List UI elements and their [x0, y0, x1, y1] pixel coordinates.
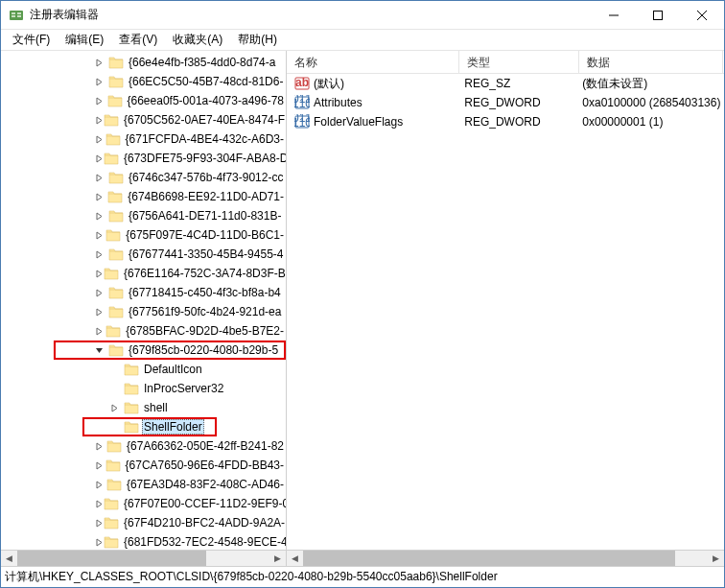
expand-icon[interactable]: [95, 116, 104, 125]
tree-item-label: {66e4e4fb-f385-4dd0-8d74-a: [127, 56, 277, 69]
folder-icon: [107, 190, 123, 203]
tree-horizontal-scrollbar[interactable]: ◀ ▶: [1, 550, 286, 566]
tree-item[interactable]: ShellFolder: [1, 417, 286, 436]
menu-favorites[interactable]: 收藏夹(A): [167, 30, 228, 50]
tree-item[interactable]: {66e4e4fb-f385-4dd0-8d74-a: [1, 53, 286, 72]
collapse-icon[interactable]: [95, 346, 108, 355]
close-button[interactable]: [680, 1, 724, 29]
cell-name: ab(默认): [291, 76, 460, 92]
scroll-left-arrow[interactable]: ◀: [287, 551, 303, 566]
expand-icon[interactable]: [95, 481, 106, 489]
expand-icon[interactable]: [95, 327, 105, 336]
folder-icon: [107, 94, 123, 107]
tree-item[interactable]: {674B6698-EE92-11D0-AD71-: [1, 187, 286, 206]
expand-icon[interactable]: [95, 538, 104, 547]
value-name-label: (默认): [314, 76, 344, 92]
svg-text:ab: ab: [295, 76, 309, 89]
tree-item[interactable]: {671FCFDA-4BE4-432c-A6D3-: [1, 129, 286, 149]
tree-item[interactable]: {67A66362-050E-42ff-B241-82: [1, 436, 286, 456]
minimize-button[interactable]: [592, 1, 636, 29]
scroll-thumb[interactable]: [17, 551, 206, 566]
expand-icon[interactable]: [95, 59, 108, 67]
list-row[interactable]: 011110FolderValueFlagsREG_DWORD0x0000000…: [287, 112, 724, 131]
folder-icon: [104, 497, 119, 510]
tree-item[interactable]: {675F097E-4C4D-11D0-B6C1-: [1, 225, 286, 245]
menu-view[interactable]: 查看(V): [113, 30, 163, 50]
list-horizontal-scrollbar[interactable]: ◀ ▶: [287, 550, 724, 566]
tree-item[interactable]: {67718415-c450-4f3c-bf8a-b4: [1, 283, 286, 302]
tree-item-label: {677561f9-50fc-4b24-921d-ea: [127, 305, 283, 318]
column-data[interactable]: 数据: [579, 51, 723, 73]
statusbar-path: 计算机\HKEY_CLASSES_ROOT\CLSID\{679f85cb-02…: [5, 569, 498, 585]
menubar: 文件(F) 编辑(E) 查看(V) 收藏夹(A) 帮助(H): [1, 30, 724, 51]
expand-icon[interactable]: [95, 500, 104, 508]
tree[interactable]: {66e4e4fb-f385-4dd0-8d74-a{66EC5C50-45B7…: [1, 51, 286, 550]
tree-item-label: {67677441-3350-45B4-9455-4: [127, 247, 285, 261]
tree-item[interactable]: {66EC5C50-45B7-48cd-81D6-: [1, 72, 286, 91]
tree-item[interactable]: {67EA3D48-83F2-408C-AD46-: [1, 475, 286, 494]
maximize-button[interactable]: [636, 1, 680, 29]
expand-icon[interactable]: [95, 193, 107, 201]
tree-item[interactable]: {67F4D210-BFC2-4ADD-9A2A-: [1, 513, 286, 532]
expand-icon[interactable]: [95, 442, 106, 451]
tree-item[interactable]: {67677441-3350-45B4-9455-4: [1, 245, 286, 264]
cell-type: REG_DWORD: [460, 96, 578, 109]
value-name-label: Attributes: [314, 96, 362, 109]
tree-item[interactable]: {681FD532-7EC2-4548-9ECE-4: [1, 532, 286, 550]
tree-item-label: InProcServer32: [142, 382, 225, 395]
expand-icon[interactable]: [95, 461, 105, 470]
folder-icon: [105, 324, 121, 338]
expand-icon[interactable]: [95, 308, 108, 317]
scroll-thumb[interactable]: [303, 551, 675, 566]
expand-icon[interactable]: [95, 78, 108, 86]
tree-item[interactable]: {67F07E00-CCEF-11D2-9EF9-0: [1, 494, 286, 513]
list-pane: 名称 类型 数据 ab(默认)REG_SZ(数值未设置)011110Attrib…: [287, 51, 724, 566]
folder-icon: [105, 132, 121, 146]
folder-icon: [108, 75, 124, 88]
tree-item[interactable]: {67CA7650-96E6-4FDD-BB43-: [1, 456, 286, 475]
tree-item[interactable]: DefaultIcon: [1, 360, 286, 379]
tree-item[interactable]: {66eea0f5-001a-4073-a496-78: [1, 91, 286, 110]
menu-help[interactable]: 帮助(H): [232, 30, 283, 50]
tree-item[interactable]: {676E1164-752C-3A74-8D3F-B: [1, 264, 286, 283]
folder-icon: [108, 343, 124, 357]
scroll-right-arrow[interactable]: ▶: [708, 551, 724, 566]
tree-item-label: {676E1164-752C-3A74-8D3F-B: [122, 267, 286, 280]
tree-item[interactable]: {6756A641-DE71-11d0-831B-: [1, 206, 286, 225]
menu-edit[interactable]: 编辑(E): [59, 30, 109, 50]
list-row[interactable]: ab(默认)REG_SZ(数值未设置): [287, 74, 724, 93]
menu-file[interactable]: 文件(F): [7, 30, 56, 50]
tree-item-label: {67F4D210-BFC2-4ADD-9A2A-: [122, 516, 286, 529]
list-body[interactable]: ab(默认)REG_SZ(数值未设置)011110AttributesREG_D…: [287, 74, 724, 550]
tree-item[interactable]: InProcServer32: [1, 379, 286, 398]
tree-item[interactable]: shell: [1, 398, 286, 417]
folder-icon: [108, 56, 124, 69]
expand-icon[interactable]: [95, 97, 107, 106]
expand-icon[interactable]: [95, 250, 108, 259]
expand-icon[interactable]: [95, 231, 105, 240]
expand-icon[interactable]: [95, 212, 108, 221]
folder-icon: [108, 247, 124, 261]
tree-item[interactable]: {6705C562-0AE7-40EA-8474-F: [1, 110, 286, 129]
tree-item[interactable]: {6785BFAC-9D2D-4be5-B7E2-: [1, 321, 286, 341]
expand-icon[interactable]: [95, 135, 105, 144]
tree-item[interactable]: {677561f9-50fc-4b24-921d-ea: [1, 302, 286, 321]
cell-data: (数值未设置): [578, 76, 720, 92]
folder-icon: [108, 171, 124, 184]
column-type[interactable]: 类型: [459, 51, 579, 73]
expand-icon[interactable]: [95, 519, 104, 528]
expand-icon[interactable]: [95, 154, 104, 163]
column-name[interactable]: 名称: [287, 51, 459, 73]
tree-item-label: shell: [142, 401, 170, 414]
tree-item[interactable]: {679f85cb-0220-4080-b29b-5: [1, 341, 286, 360]
expand-icon[interactable]: [95, 289, 108, 297]
tree-item-label: {66EC5C50-45B7-48cd-81D6-: [127, 75, 285, 88]
tree-item[interactable]: {6746c347-576b-4f73-9012-cc: [1, 168, 286, 187]
expand-icon[interactable]: [110, 404, 124, 412]
scroll-left-arrow[interactable]: ◀: [1, 551, 17, 566]
list-row[interactable]: 011110AttributesREG_DWORD0xa0100000 (268…: [287, 93, 724, 112]
scroll-right-arrow[interactable]: ▶: [269, 551, 286, 566]
expand-icon[interactable]: [95, 174, 108, 182]
expand-icon[interactable]: [95, 270, 104, 278]
tree-item[interactable]: {673DFE75-9F93-304F-ABA8-D: [1, 149, 286, 168]
